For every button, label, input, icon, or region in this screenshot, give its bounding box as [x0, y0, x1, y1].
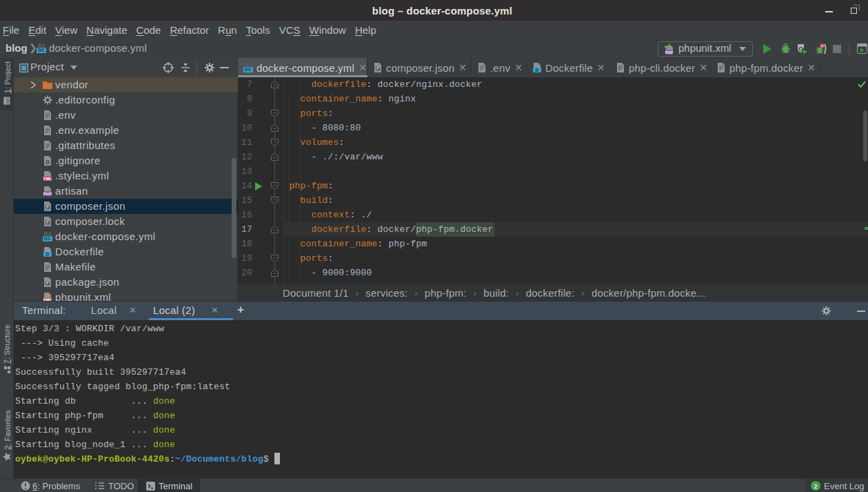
svg-text:D: D	[46, 252, 49, 257]
svg-text:DC: DC	[245, 67, 252, 72]
svg-text:2: 2	[814, 483, 817, 490]
svg-text:D: D	[536, 68, 539, 72]
svg-text:PHP: PHP	[43, 192, 52, 196]
svg-text:YML: YML	[43, 177, 52, 181]
svg-text:DC: DC	[44, 236, 51, 241]
svg-text:DC: DC	[38, 48, 45, 52]
svg-text:PHP: PHP	[665, 50, 674, 55]
